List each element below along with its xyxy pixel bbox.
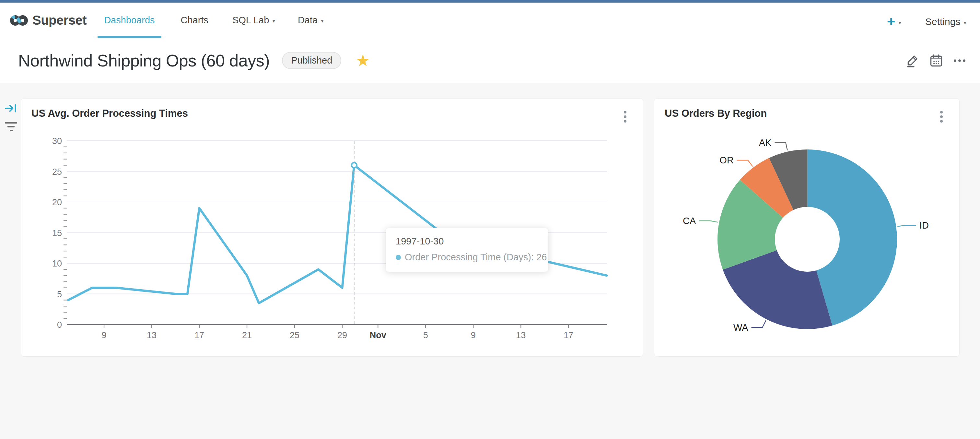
edit-dashboard-button[interactable] xyxy=(905,53,920,68)
dashboard-body: US Avg. Order Processing Times 051015202… xyxy=(0,83,980,439)
superset-infinity-icon xyxy=(10,13,29,28)
svg-text:17: 17 xyxy=(194,330,204,340)
tooltip-date: 1997-10-30 xyxy=(396,236,538,247)
chart-card-processing-times: US Avg. Order Processing Times 051015202… xyxy=(21,98,643,357)
donut-chart[interactable]: IDWACAORAK xyxy=(654,99,960,357)
chevron-down-icon: ▾ xyxy=(321,18,324,24)
dashboard-title: Northwind Shipping Ops (60 days) xyxy=(18,51,270,70)
svg-text:9: 9 xyxy=(102,330,107,340)
svg-text:13: 13 xyxy=(147,330,156,340)
svg-text:10: 10 xyxy=(52,259,62,268)
header-actions xyxy=(905,53,967,68)
svg-text:ID: ID xyxy=(920,220,929,230)
calendar-icon xyxy=(929,53,944,68)
dashboard-header: Northwind Shipping Ops (60 days) Publish… xyxy=(0,38,980,83)
superset-logo[interactable]: Superset xyxy=(10,3,86,38)
nav-item-charts[interactable]: Charts xyxy=(174,3,215,38)
window-top-strip xyxy=(0,0,980,3)
ellipsis-icon xyxy=(952,53,967,68)
svg-text:CA: CA xyxy=(683,216,696,226)
svg-text:9: 9 xyxy=(471,330,476,340)
settings-menu-button[interactable]: Settings ▾ xyxy=(925,16,966,27)
tooltip-series-value: Order Processing Time (Days): 26 xyxy=(405,252,547,263)
filter-count-button[interactable] xyxy=(4,120,18,133)
expand-right-icon xyxy=(5,102,18,115)
svg-text:5: 5 xyxy=(423,330,428,340)
chart-tooltip: 1997-10-30 Order Processing Time (Days):… xyxy=(386,228,548,272)
svg-text:WA: WA xyxy=(733,322,748,333)
chevron-down-icon: ▾ xyxy=(272,18,275,24)
nav-item-sql-lab[interactable]: SQL Lab ▾ xyxy=(226,3,282,38)
svg-text:OR: OR xyxy=(719,155,734,165)
svg-text:30: 30 xyxy=(52,136,62,146)
active-tab-indicator xyxy=(97,36,161,38)
published-badge[interactable]: Published xyxy=(282,52,341,69)
schedule-button[interactable] xyxy=(929,53,944,68)
svg-text:20: 20 xyxy=(52,198,62,207)
brand-name: Superset xyxy=(32,13,86,27)
nav-item-data[interactable]: Data ▾ xyxy=(291,3,330,38)
svg-text:25: 25 xyxy=(52,167,62,177)
svg-text:29: 29 xyxy=(337,330,347,340)
chevron-down-icon: ▾ xyxy=(964,19,966,26)
favorite-star-icon[interactable]: ★ xyxy=(355,53,370,69)
more-options-button[interactable] xyxy=(952,53,967,68)
svg-text:AK: AK xyxy=(759,137,772,148)
chevron-down-icon: ▾ xyxy=(899,19,902,26)
nav-right-group: + ▾ Settings ▾ xyxy=(887,5,966,38)
plus-icon: + xyxy=(887,14,896,29)
svg-text:17: 17 xyxy=(563,330,573,340)
expand-filter-bar-button[interactable] xyxy=(5,102,18,115)
svg-text:21: 21 xyxy=(242,330,252,340)
chart-card-orders-by-region: US Orders By Region IDWACAORAK xyxy=(654,98,959,357)
svg-text:25: 25 xyxy=(290,330,299,340)
svg-text:13: 13 xyxy=(516,330,526,340)
line-chart[interactable]: 05101520253091317212529Nov591317 xyxy=(21,99,644,357)
svg-text:0: 0 xyxy=(57,320,62,330)
svg-text:15: 15 xyxy=(52,228,62,238)
svg-text:Nov: Nov xyxy=(370,330,386,340)
svg-text:5: 5 xyxy=(57,289,62,299)
top-nav: Superset Dashboards Charts SQL Lab ▾ Dat… xyxy=(0,3,980,38)
new-item-menu-button[interactable]: + ▾ xyxy=(887,14,901,29)
series-dot-icon xyxy=(396,255,401,260)
filter-icon xyxy=(5,122,17,123)
pencil-icon xyxy=(905,53,920,68)
nav-item-dashboards[interactable]: Dashboards xyxy=(97,3,161,38)
